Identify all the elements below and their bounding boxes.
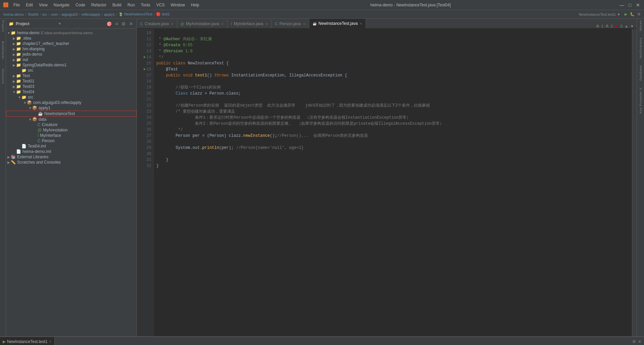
tab-interface-close[interactable]: ✕ [265,22,268,26]
project-settings-icon[interactable]: ⚙ [121,20,126,27]
tree-item-hm-dianping[interactable]: ▶ 📁 hm-dianping [6,46,137,52]
database-panel-icon[interactable]: Database [639,65,642,81]
tab-myinterface[interactable]: I MyInterface.java ✕ [227,19,272,28]
breadcrumb-item[interactable]: com [51,12,58,16]
project-dropdown-icon[interactable]: ▼ [58,22,61,25]
run-gutter-icon[interactable]: ▶ [144,54,146,60]
menu-navigate[interactable]: Navigate [51,1,72,9]
bottom-panel: ▶ NewInstanceTest.test1 ✕ ⚙ ✕ ▶ ☑ ⏹ ↕ ↕ … [0,336,644,345]
tree-item-myinterface[interactable]: I MyInterface [6,133,137,138]
project-folder-icon: 📁 [9,21,14,26]
tree-item-apply1[interactable]: ▼ 📦 apply1 [6,105,137,111]
tree-item-com[interactable]: ▼ 📦 com.atguigu03.reflectapply [6,100,137,105]
tree-item-springdata[interactable]: ▶ 📁 SpringDataRedis-demo1 [6,62,137,68]
tree-item-scratches[interactable]: ▶ ✏️ Scratches and Consoles [6,160,137,165]
tab-creature[interactable]: C Creature.java ✕ [137,19,177,28]
tree-item-src[interactable]: ▼ 📁 src [6,95,137,100]
menu-run[interactable]: Run [125,1,138,9]
panel-settings-icon[interactable]: ⚙ [632,339,636,344]
menu-file[interactable]: File [11,1,22,9]
tree-item-idea[interactable]: ▶ 📁 .idea [6,36,137,41]
notifications-panel-icon[interactable]: Notifications [639,38,642,58]
bookmarks-tool-icon[interactable]: Bookmarks [1,41,5,59]
project-panel: 📁 Project ▼ 🎯 ≡ ⚙ ✕ ▼ 📁 heima-demo E:\id… [6,19,137,336]
tree-item-out[interactable]: ▶ 📁 out [6,57,137,62]
breadcrumb-item[interactable]: 🍃 NewInstanceTest [118,12,152,16]
project-locate-icon[interactable]: 🎯 [106,20,113,27]
tab-creature-close[interactable]: ✕ [171,22,173,26]
jedis-folder-icon: 📁 [16,52,21,57]
workspace: Project Bookmarks Structure 📁 Project ▼ … [0,19,644,336]
tab-annotation-close[interactable]: ✕ [221,22,224,26]
menu-help[interactable]: Help [188,1,202,9]
close-button[interactable]: ✕ [635,2,641,8]
tree-item-test04iml[interactable]: 📄 Test04.iml [6,143,137,149]
debug-button[interactable]: 🐛 [630,12,635,16]
tree-item-heimaiml[interactable]: 📄 heima-demo.iml [6,149,137,154]
minimize-button[interactable]: — [619,2,625,8]
iml-icon: 📄 [21,144,26,149]
tree-item-newinstancetest[interactable]: ☕ NewInstanceTest [6,111,137,117]
breadcrumb-item[interactable]: heima-demo [3,12,24,16]
warning-count-icon: ⚠ [596,24,599,28]
tree-item-src-spring[interactable]: 📁 src [6,68,137,73]
breadcrumb-item[interactable]: apply1 [104,12,115,16]
menu-view[interactable]: View [36,1,50,9]
tab-person[interactable]: C Person.java ✕ [272,19,309,28]
run-gutter-icon2[interactable]: ▶ [144,66,146,72]
run-panel-tab[interactable]: ▶ NewInstanceTest.test1 ✕ [0,337,55,345]
tree-item-creature[interactable]: C Creature [6,122,137,127]
more-run-options[interactable]: ⚙ [637,12,641,16]
panel-close-icon[interactable]: ✕ [638,339,641,344]
collapse-icon[interactable]: ▼ [630,24,634,28]
breadcrumb-item[interactable]: reflectapply [82,12,100,16]
structure-tool-icon[interactable]: Structure [1,69,5,84]
menu-build[interactable]: Build [110,1,124,9]
tree-item-test01[interactable]: ▶ 📁 Test01 [6,78,137,84]
tab-newinstance-close[interactable]: ✕ [360,22,362,25]
tree-item-test04[interactable]: ▼ 📁 Test04 [6,89,137,95]
maven-panel-icon[interactable]: Maven [639,20,642,31]
window-controls: — □ ✕ [619,2,641,8]
ext-libs-icon: 📚 [11,155,16,159]
tree-item-test[interactable]: ▶ 📁 Test [6,73,137,78]
tree-item-jedis[interactable]: ▶ 📁 jedis-demo [6,52,137,57]
run-button[interactable]: ▶ [625,12,627,16]
run-tab-label: NewInstanceTest.test1 [7,339,48,344]
bottom-panel-header: ▶ NewInstanceTest.test1 ✕ ⚙ ✕ [0,337,644,345]
tab-newinstancetest[interactable]: ☕ NewInstanceTest.java ✕ [309,19,366,28]
tree-item-data[interactable]: ▼ 📦 data [6,117,137,122]
menu-tools[interactable]: Tools [138,1,153,9]
tree-item-heima-demo[interactable]: ▼ 📁 heima-demo E:\idea-workspace\heima-d… [6,30,137,36]
maximize-button[interactable]: □ [627,2,633,8]
key-promoter-icon[interactable]: Key Promoter X [639,88,642,114]
breadcrumb-item[interactable]: 🔴 test1 [156,12,170,16]
breadcrumb-item[interactable]: Test04 [28,12,38,16]
menu-vcs[interactable]: VCS [154,1,167,9]
code-content[interactable]: * @Author 尚硅谷- 宋红康 * @Create 8:55 * @Ver… [154,29,632,336]
menu-window[interactable]: Window [168,1,188,9]
run-panel-actions: ⚙ ✕ [630,339,644,344]
tree-item-test03[interactable]: ▶ 📁 Test03 [6,84,137,89]
breadcrumb-item[interactable]: atguigu03 [61,12,77,16]
tree-item-myannotation[interactable]: @ MyAnnotation [6,127,137,133]
menu-refactor[interactable]: Refactor [89,1,109,9]
src-icon: 📁 [21,95,26,100]
run-config[interactable]: NewInstanceTest.test1 ▼ [579,12,621,16]
tab-person-close[interactable]: ✕ [303,22,306,26]
tab-myannotation[interactable]: @ MyAnnotation.java ✕ [177,19,227,28]
expand-icon[interactable]: ▲ [625,24,628,28]
project-close-icon[interactable]: ✕ [128,20,134,27]
java-file-icon: ☕ [38,111,43,116]
project-collapse-icon[interactable]: ≡ [115,20,119,27]
editor-scrollbar[interactable] [632,29,637,336]
menu-edit[interactable]: Edit [23,1,36,9]
project-tool-icon[interactable]: Project [1,20,5,32]
run-tab-close[interactable]: ✕ [49,340,52,343]
tree-item-chapter17[interactable]: ▶ 📁 chapter17_reflect_teacher [6,41,137,46]
breadcrumb-item[interactable]: src [42,12,47,16]
tree-item-external-libs[interactable]: ▶ 📚 External Libraries [6,154,137,160]
test03-folder-icon: 📁 [16,84,21,89]
tree-item-person[interactable]: C Person [6,138,137,143]
menu-code[interactable]: Code [73,1,88,9]
